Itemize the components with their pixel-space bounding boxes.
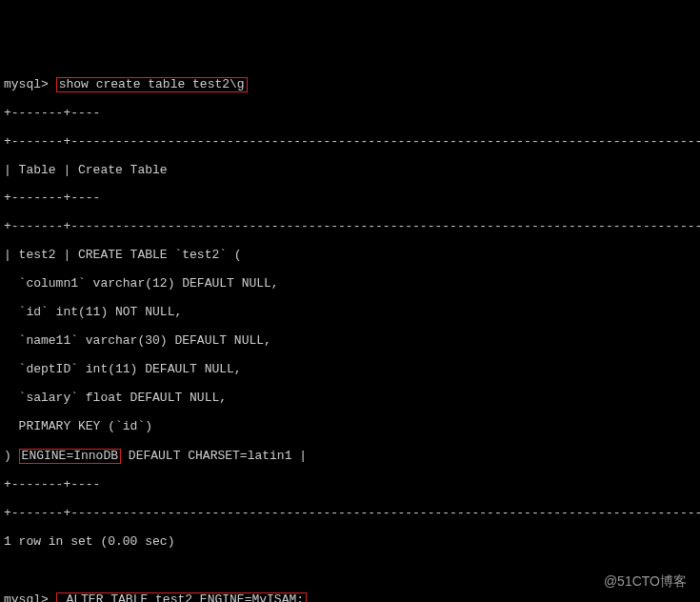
separator: +-------+----: [4, 191, 696, 206]
column-def: `name11` varchar(30) DEFAULT NULL,: [4, 334, 696, 349]
separator: +-------+-------------------------------…: [4, 220, 696, 234]
separator: +-------+----: [4, 107, 696, 121]
charset: DEFAULT CHARSET=latin1 |: [121, 449, 307, 463]
prompt: mysql>: [4, 592, 49, 602]
prompt-line-1[interactable]: mysql> show create table test2\g: [4, 77, 696, 92]
row-count: 1 row in set (0.00 sec): [4, 535, 696, 550]
separator: +-------+----: [4, 478, 696, 492]
command-show-create-1: show create table test2\g: [56, 77, 248, 92]
separator: +-------+-------------------------------…: [4, 135, 696, 150]
engine-line-1: ) ENGINE=InnoDB DEFAULT CHARSET=latin1 |: [4, 449, 696, 464]
table-header: | Table | Create Table: [4, 164, 696, 178]
watermark: @51CTO博客: [604, 573, 687, 589]
prompt: mysql>: [4, 77, 49, 91]
column-def: `id` int(11) NOT NULL,: [4, 306, 696, 320]
close-paren: ): [4, 449, 19, 463]
blank: [4, 564, 696, 578]
command-alter-table: ALTER TABLE test2 ENGINE=MyISAM;: [56, 592, 307, 602]
column-def: `column1` varchar(12) DEFAULT NULL,: [4, 277, 696, 291]
column-def: `salary` float DEFAULT NULL,: [4, 391, 696, 406]
terminal-output: mysql> show create table test2\g +------…: [4, 63, 696, 602]
prompt-line-2[interactable]: mysql> ALTER TABLE test2 ENGINE=MyISAM;: [4, 592, 696, 602]
column-def: `deptID` int(11) DEFAULT NULL,: [4, 363, 696, 377]
create-table-start: | test2 | CREATE TABLE `test2` (: [4, 249, 696, 263]
engine-innodb: ENGINE=InnoDB: [19, 449, 121, 464]
primary-key: PRIMARY KEY (`id`): [4, 420, 696, 434]
separator: +-------+-------------------------------…: [4, 507, 696, 521]
